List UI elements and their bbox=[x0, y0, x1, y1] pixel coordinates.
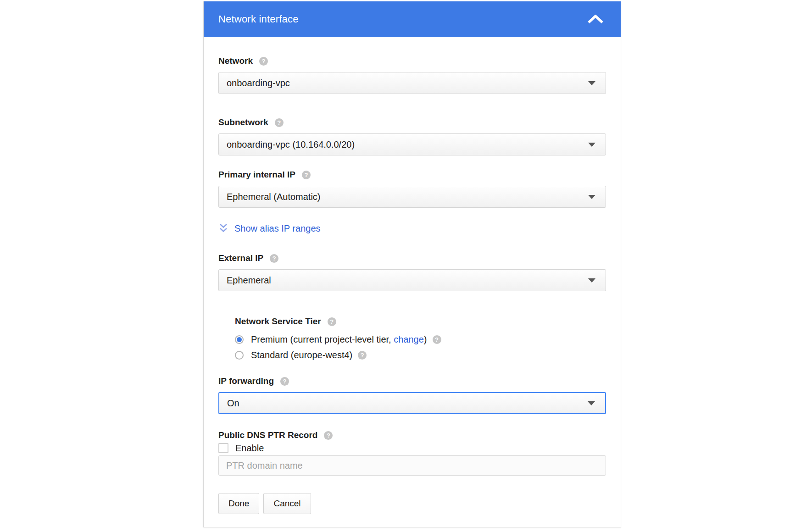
standard-tier-radio-option[interactable]: Standard (europe-west4) ? bbox=[235, 348, 606, 362]
dropdown-arrow-icon bbox=[588, 143, 595, 147]
premium-tier-label: Premium (current project-level tier, cha… bbox=[251, 332, 427, 346]
double-chevron-down-icon bbox=[218, 222, 228, 234]
dropdown-arrow-icon bbox=[588, 195, 595, 199]
primary-internal-ip-help-icon[interactable]: ? bbox=[302, 171, 311, 179]
ptr-domain-input[interactable] bbox=[218, 455, 606, 476]
show-alias-ip-ranges-link[interactable]: Show alias IP ranges bbox=[218, 222, 606, 234]
done-button[interactable]: Done bbox=[218, 493, 259, 514]
network-service-tier-label: Network Service Tier bbox=[235, 316, 321, 327]
field-public-dns-ptr: Public DNS PTR Record ? Enable bbox=[218, 430, 606, 476]
external-ip-help-icon[interactable]: ? bbox=[270, 254, 278, 263]
external-ip-dropdown[interactable]: Ephemeral bbox=[218, 269, 606, 291]
collapse-chevron-up-icon[interactable] bbox=[587, 13, 604, 25]
ptr-enable-checkbox[interactable] bbox=[218, 443, 228, 453]
subnetwork-dropdown-value: onboarding-vpc (10.164.0.0/20) bbox=[227, 139, 355, 150]
show-alias-ip-ranges-label: Show alias IP ranges bbox=[234, 223, 321, 234]
field-subnetwork: Subnetwork ? onboarding-vpc (10.164.0.0/… bbox=[218, 117, 606, 155]
network-dropdown[interactable]: onboarding-vpc bbox=[218, 72, 606, 94]
dropdown-arrow-icon bbox=[588, 278, 595, 283]
panel-body: Network ? onboarding-vpc Subnetwork ? on… bbox=[204, 37, 621, 514]
network-help-icon[interactable]: ? bbox=[259, 57, 268, 66]
standard-tier-label: Standard (europe-west4) bbox=[251, 348, 352, 362]
ptr-enable-label: Enable bbox=[235, 443, 264, 454]
premium-tier-help-icon[interactable]: ? bbox=[433, 335, 441, 344]
change-link[interactable]: change bbox=[394, 334, 424, 344]
subnetwork-label: Subnetwork bbox=[218, 117, 268, 127]
external-ip-dropdown-value: Ephemeral bbox=[227, 275, 271, 286]
ip-forwarding-help-icon[interactable]: ? bbox=[280, 377, 289, 386]
radio-unselected-icon[interactable] bbox=[235, 351, 244, 360]
radio-selected-icon[interactable] bbox=[235, 335, 244, 344]
app-left-border bbox=[3, 0, 3, 532]
network-interface-panel: Network interface Network ? onboarding-v… bbox=[203, 1, 621, 527]
field-external-ip: External IP ? Ephemeral bbox=[218, 253, 606, 291]
public-dns-ptr-label: Public DNS PTR Record bbox=[218, 430, 317, 440]
panel-header: Network interface bbox=[204, 1, 621, 37]
network-service-tier-group: Network Service Tier ? Premium (current … bbox=[235, 316, 606, 362]
subnetwork-dropdown[interactable]: onboarding-vpc (10.164.0.0/20) bbox=[218, 133, 606, 155]
primary-internal-ip-dropdown[interactable]: Ephemeral (Automatic) bbox=[218, 186, 606, 208]
form-actions: Done Cancel bbox=[218, 493, 606, 514]
field-ip-forwarding: IP forwarding ? On bbox=[218, 376, 606, 414]
network-label: Network bbox=[218, 56, 253, 66]
standard-tier-help-icon[interactable]: ? bbox=[358, 351, 367, 360]
ptr-enable-row: Enable bbox=[218, 442, 606, 454]
network-service-tier-help-icon[interactable]: ? bbox=[328, 317, 336, 326]
subnetwork-help-icon[interactable]: ? bbox=[275, 118, 284, 127]
primary-internal-ip-dropdown-value: Ephemeral (Automatic) bbox=[227, 192, 321, 202]
primary-internal-ip-label: Primary internal IP bbox=[218, 170, 295, 180]
public-dns-ptr-help-icon[interactable]: ? bbox=[324, 431, 333, 440]
premium-tier-radio-option[interactable]: Premium (current project-level tier, cha… bbox=[235, 332, 606, 346]
ip-forwarding-dropdown-value: On bbox=[227, 398, 239, 409]
panel-title: Network interface bbox=[218, 13, 299, 25]
dropdown-arrow-icon bbox=[588, 81, 595, 85]
ip-forwarding-dropdown[interactable]: On bbox=[218, 392, 606, 414]
field-primary-internal-ip: Primary internal IP ? Ephemeral (Automat… bbox=[218, 169, 606, 208]
ip-forwarding-label: IP forwarding bbox=[218, 376, 274, 386]
external-ip-label: External IP bbox=[218, 253, 263, 263]
cancel-button[interactable]: Cancel bbox=[263, 493, 311, 514]
network-dropdown-value: onboarding-vpc bbox=[227, 78, 290, 89]
dropdown-arrow-icon bbox=[588, 401, 595, 405]
page: Network interface Network ? onboarding-v… bbox=[0, 0, 801, 532]
field-network: Network ? onboarding-vpc bbox=[218, 55, 606, 94]
